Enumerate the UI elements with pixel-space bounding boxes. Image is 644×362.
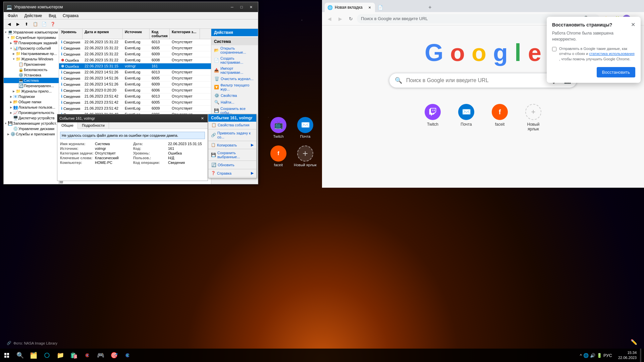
show-hidden-icon[interactable]: ^ bbox=[580, 353, 582, 358]
toolbar-properties[interactable]: 📄 bbox=[40, 20, 48, 28]
desktop-shortcut-twitch[interactable]: 📺 Twitch bbox=[265, 116, 292, 140]
tree-item-subscriptions[interactable]: ▶ 📧 Подписки bbox=[4, 94, 59, 99]
desktop-shortcut-new[interactable]: + Новый ярлык bbox=[292, 144, 319, 168]
tree-item-shared[interactable]: ▶ 📂 Общие папки bbox=[4, 99, 59, 105]
log-row[interactable]: ⊗Ошибка 22.06.2023 15:31:15 volmgr 161 bbox=[59, 63, 211, 69]
show-desktop-button[interactable] bbox=[640, 349, 641, 362]
tree-item-localusers[interactable]: ▶ 👥 Локальные пользов... bbox=[4, 105, 59, 110]
tab-close-button[interactable]: ✕ bbox=[367, 5, 372, 10]
action-item[interactable]: 🔽Фильтр текущего жур... bbox=[211, 82, 258, 92]
chrome-tab-newtab[interactable]: 🌐 Новая вкладка ✕ bbox=[325, 3, 375, 12]
reload-button[interactable]: ↻ bbox=[346, 14, 356, 23]
newtab-shortcut-twitch[interactable]: Twitch bbox=[419, 101, 446, 134]
tree-item-setup[interactable]: ⚙️ Установка bbox=[4, 72, 59, 78]
tree-item-redirect[interactable]: ↪️ Перенаправлен... bbox=[4, 83, 59, 88]
log-row[interactable]: ℹСведения 22.06.2023 15:31:22 EventLog 6… bbox=[59, 39, 211, 45]
close-button[interactable]: ✕ bbox=[247, 4, 255, 10]
action-item[interactable]: 🔍Найти... bbox=[211, 99, 258, 106]
new-tab-button[interactable]: + bbox=[425, 3, 435, 12]
ctx-submenu-item[interactable]: 📋Копировать▶ bbox=[208, 142, 256, 148]
tree-item-root[interactable]: ▼ 💻 Управление компьютером (л... bbox=[4, 29, 59, 35]
chrome-tab-second[interactable]: 📄 bbox=[375, 3, 425, 12]
menu-help[interactable]: Справка bbox=[60, 13, 81, 19]
language-icon[interactable]: РУС bbox=[603, 353, 612, 358]
taskbar-steam[interactable]: 🎯 bbox=[107, 349, 121, 362]
taskbar-taskview[interactable]: 🗂️ bbox=[27, 349, 40, 362]
newtab-shortcut-pochta[interactable]: ✉️ Почта bbox=[453, 101, 480, 134]
search-input[interactable] bbox=[406, 77, 548, 83]
taskbar-explorer[interactable]: 📁 bbox=[54, 349, 67, 362]
toolbar-show-hide[interactable]: 📋 bbox=[31, 20, 39, 28]
minimize-button[interactable]: ─ bbox=[228, 4, 236, 10]
tree-item-storage[interactable]: ▼ 💾 Запоминающие устройст... bbox=[4, 121, 59, 126]
volume-icon[interactable]: 🔊 bbox=[590, 353, 595, 358]
detail-close-button[interactable]: ✕ bbox=[199, 116, 206, 121]
desktop-shortcut-pochta[interactable]: ✉️ Почта bbox=[292, 116, 319, 140]
toolbar-help[interactable]: ❓ bbox=[49, 20, 57, 28]
menu-view[interactable]: Вид bbox=[46, 13, 59, 19]
log-row[interactable]: ℹСведения 22.06.2023 15:31:22 EventLog 6… bbox=[59, 45, 211, 51]
tree-item-applogs[interactable]: ▶ 📁 Журналы прило... bbox=[4, 88, 59, 94]
toolbar-forward[interactable]: ▶ bbox=[14, 20, 22, 28]
restore-checkbox[interactable] bbox=[552, 47, 556, 51]
desktop-shortcut-faceit[interactable]: f faceit bbox=[265, 144, 292, 168]
log-row[interactable]: ⊗Ошибка 22.06.2023 15:31:22 EventLog 600… bbox=[59, 57, 211, 63]
tree-item-winlogs[interactable]: ▼ 📁 Журналы Windows bbox=[4, 56, 59, 62]
menu-file[interactable]: Файл bbox=[5, 13, 20, 19]
start-button[interactable] bbox=[0, 349, 13, 362]
tab-general[interactable]: Общие bbox=[57, 122, 78, 129]
statistics-link[interactable]: статистика использования bbox=[589, 52, 635, 56]
log-row[interactable]: ℹСведения 21.06.2023 23:51:42 EventLog 6… bbox=[59, 106, 211, 112]
log-row[interactable]: ℹСведения 22.06.2023 14:51:26 EventLog 6… bbox=[59, 75, 211, 81]
restore-close-button[interactable]: ✕ bbox=[631, 22, 635, 27]
menu-action[interactable]: Действие bbox=[22, 13, 45, 19]
log-row[interactable]: ℹСведения 21.06.2023 23:51:42 EventLog 6… bbox=[59, 100, 211, 106]
forward-button[interactable]: ▶ bbox=[335, 14, 345, 23]
log-row[interactable]: ℹСведения 22.06.2023 0:20:20 EventLog 60… bbox=[59, 87, 211, 94]
taskbar-clock[interactable]: 15:34 22.06.2023 bbox=[615, 350, 639, 361]
maximize-button[interactable]: □ bbox=[237, 4, 246, 10]
taskbar-search[interactable]: 🔍 bbox=[13, 349, 27, 362]
action-item[interactable]: 📂Открыть сохраненные... bbox=[211, 45, 258, 55]
tree-item-scheduler[interactable]: ▶ 📅 Планировщик заданий bbox=[4, 40, 59, 46]
log-row[interactable]: ℹСведения 22.06.2023 15:31:22 EventLog 6… bbox=[59, 51, 211, 57]
newtab-shortcut-faceit[interactable]: f faceit bbox=[486, 101, 513, 134]
tree-item-svcapps[interactable]: ▶ ⚙️ Службы и приложения bbox=[4, 131, 59, 137]
ctx-item[interactable]: 💾Сохранить выбранные... bbox=[208, 150, 256, 160]
tree-item-performance[interactable]: ▶ 📈 Производительность bbox=[4, 110, 59, 115]
taskbar-store[interactable]: 🛍️ bbox=[67, 349, 80, 362]
tab-details[interactable]: Подробности bbox=[78, 122, 109, 129]
toolbar-back[interactable]: ◀ bbox=[5, 20, 13, 28]
edit-desktop-button[interactable]: ✏️ bbox=[631, 339, 637, 345]
tree-item-eventviewer[interactable]: ▼ 📊 Просмотр событий bbox=[4, 46, 59, 51]
taskbar-chrome2[interactable] bbox=[121, 349, 134, 362]
log-row[interactable]: ℹСведения 22.06.2023 14:51:26 EventLog 6… bbox=[59, 81, 211, 87]
action-item[interactable]: ⚙️Свойства bbox=[211, 92, 258, 99]
restore-button[interactable]: Восстановить bbox=[597, 67, 635, 77]
taskbar-xboxgamepass[interactable]: 🎮 bbox=[94, 349, 107, 362]
tree-item-application[interactable]: 📋 Приложение bbox=[4, 62, 59, 67]
log-row[interactable]: ℹСведения 22.06.2023 14:51:26 EventLog 6… bbox=[59, 69, 211, 75]
log-row[interactable]: ℹСведения 21.06.2023 23:51:42 EventLog 6… bbox=[59, 94, 211, 100]
tree-item-custom[interactable]: ▶ 📁 Настраиваемые пр... bbox=[4, 51, 59, 56]
action-item[interactable]: 📥Импорт настраивае... bbox=[211, 65, 258, 75]
tree-item-diskmgr[interactable]: 💿 Управление дисками bbox=[4, 126, 59, 131]
action-item[interactable]: 📄Создать настраивае... bbox=[211, 55, 258, 65]
tree-item-devicemgr[interactable]: 🖥️ Диспетчер устройств bbox=[4, 115, 59, 121]
tree-item-services[interactable]: ▼ 📁 Служебные программы bbox=[4, 35, 59, 40]
taskbar-chrome[interactable] bbox=[80, 349, 94, 362]
taskbar-edge[interactable] bbox=[40, 349, 54, 362]
ctx-item[interactable]: 📋Свойства события bbox=[208, 122, 256, 128]
ctx-submenu-item[interactable]: ❓Справка▶ bbox=[208, 170, 256, 176]
newtab-shortcut-new[interactable]: + Новый ярлык bbox=[520, 101, 547, 134]
subscriptions-icon: 📧 bbox=[13, 94, 18, 99]
ctx-item[interactable]: 🔗Привязать задачу к со... bbox=[208, 130, 256, 140]
back-button[interactable]: ◀ bbox=[325, 14, 334, 23]
network-icon[interactable]: 🌐 bbox=[583, 353, 589, 358]
tree-item-security[interactable]: 🔒 Безопасность bbox=[4, 67, 59, 72]
battery-icon[interactable]: 🔋 bbox=[597, 353, 602, 358]
toolbar-up[interactable]: ⬆ bbox=[22, 20, 31, 28]
tree-item-system[interactable]: 💻 Система bbox=[4, 78, 59, 83]
ctx-item[interactable]: 🔄Обновить bbox=[208, 162, 256, 168]
action-item[interactable]: 🗑️Очистить журнал... bbox=[211, 75, 258, 82]
